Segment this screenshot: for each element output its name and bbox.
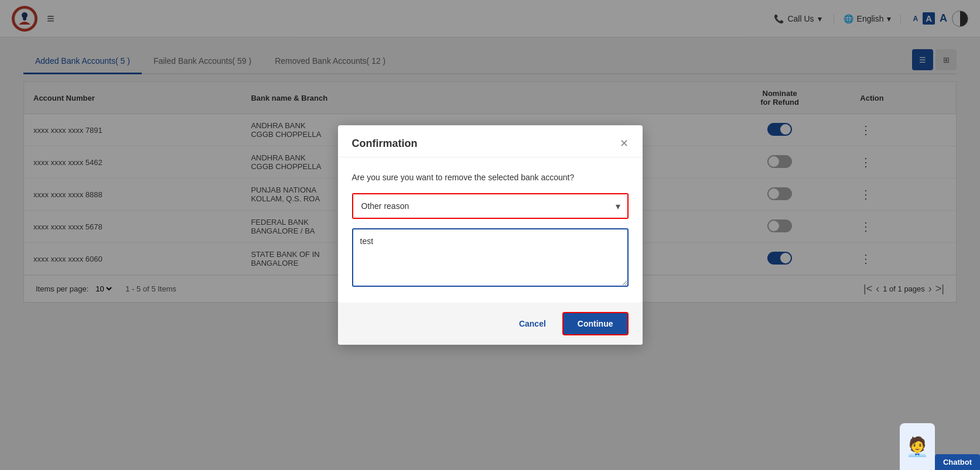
reason-dropdown[interactable]: Other reason Duplicate account Incorrect… bbox=[353, 194, 627, 218]
modal-body: Are you sure you want to remove the sele… bbox=[338, 157, 643, 303]
modal-footer: Cancel Continue bbox=[338, 303, 643, 314]
modal-question-text: Are you sure you want to remove the sele… bbox=[352, 171, 629, 184]
reason-textarea[interactable]: test bbox=[352, 228, 629, 287]
modal-header: Confirmation ✕ bbox=[338, 125, 643, 157]
modal-overlay: Confirmation ✕ Are you sure you want to … bbox=[0, 0, 980, 314]
continue-button[interactable]: Continue bbox=[562, 312, 629, 314]
reason-select-wrapper: Other reason Duplicate account Incorrect… bbox=[352, 193, 629, 219]
modal-title: Confirmation bbox=[352, 138, 418, 150]
confirmation-modal: Confirmation ✕ Are you sure you want to … bbox=[338, 125, 643, 314]
modal-close-button[interactable]: ✕ bbox=[620, 137, 629, 150]
